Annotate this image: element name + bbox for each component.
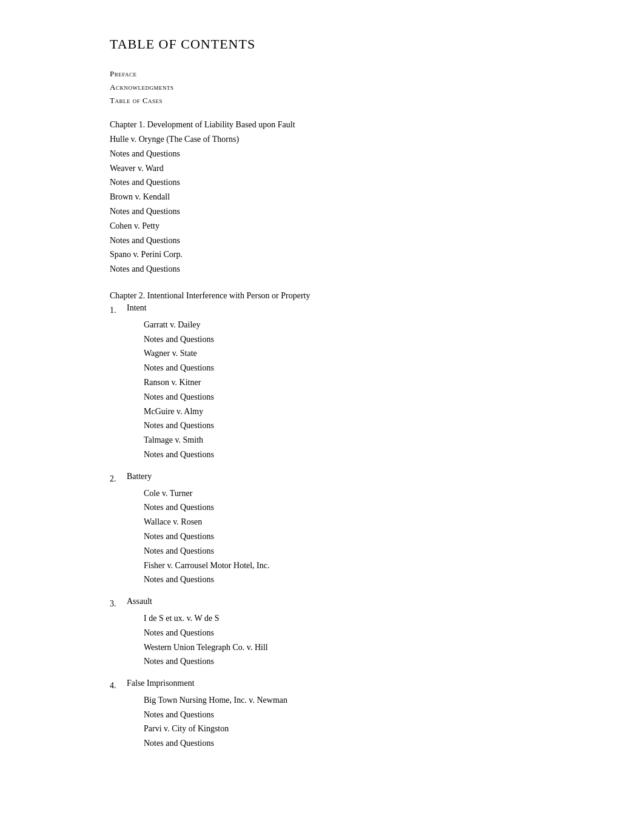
list-item: I de S et ux. v. W de S (144, 611, 534, 626)
list-item: Talmage v. Smith (144, 433, 534, 448)
list-item: Parvi v. City of Kingston (144, 722, 534, 736)
chapter-2-section-2: 2. Battery Cole v. Turner Notes and Ques… (110, 472, 534, 587)
list-item: Notes and Questions (144, 529, 534, 544)
list-item: Big Town Nursing Home, Inc. v. Newman (144, 693, 534, 708)
list-item: Notes and Questions (110, 147, 534, 161)
page-title: TABLE OF CONTENTS (110, 36, 534, 52)
list-item: Notes and Questions (144, 418, 534, 433)
list-item: Notes and Questions (144, 332, 534, 347)
numbered-item-4: 4. False Imprisonment (110, 679, 534, 693)
section-number-4: 4. (110, 679, 127, 693)
chapter-2-section-3: 3. Assault I de S et ux. v. W de S Notes… (110, 597, 534, 669)
section-content-2: Battery (127, 472, 534, 481)
list-item: Notes and Questions (110, 204, 534, 219)
list-item: Notes and Questions (144, 390, 534, 404)
list-item: Brown v. Kendall (110, 190, 534, 204)
list-item: Fisher v. Carrousel Motor Hotel, Inc. (144, 558, 534, 573)
section-number-2: 2. (110, 472, 127, 486)
numbered-item-1: 1. Intent (110, 303, 534, 318)
list-item: Ranson v. Kitner (144, 375, 534, 390)
list-item: Wallace v. Rosen (144, 515, 534, 529)
list-item: Weaver v. Ward (110, 161, 534, 176)
list-item: McGuire v. Almy (144, 404, 534, 419)
chapter-2-section-1: 1. Intent Garratt v. Dailey Notes and Qu… (110, 303, 534, 462)
section-content-1: Intent (127, 303, 534, 313)
section-number-3: 3. (110, 597, 127, 611)
list-item: Spano v. Perini Corp. (110, 247, 534, 262)
list-item: Notes and Questions (144, 736, 534, 751)
chapter-1-title: Chapter 1. Development of Liability Base… (110, 120, 534, 130)
list-item: Notes and Questions (110, 175, 534, 190)
list-item: Notes and Questions (144, 626, 534, 640)
section-heading-2: Battery (127, 472, 534, 481)
front-matter-preface: Preface (110, 69, 534, 79)
list-item: Western Union Telegraph Co. v. Hill (144, 640, 534, 655)
page-container: TABLE OF CONTENTS Preface Acknowledgment… (110, 36, 534, 751)
front-matter-table-of-cases: Table of Cases (110, 96, 534, 106)
chapter-1-entries: Hulle v. Orynge (The Case of Thorns) Not… (110, 132, 534, 277)
chapter-2-title: Chapter 2. Intentional Interference with… (110, 291, 534, 301)
section-content-4: False Imprisonment (127, 679, 534, 688)
list-item: Hulle v. Orynge (The Case of Thorns) (110, 132, 534, 147)
front-matter: Preface Acknowledgments Table of Cases (110, 69, 534, 106)
list-item: Garratt v. Dailey (144, 318, 534, 332)
section-heading-4: False Imprisonment (127, 679, 534, 688)
list-item: Cole v. Turner (144, 486, 534, 501)
chapter-2-section: Chapter 2. Intentional Interference with… (110, 291, 534, 751)
section-heading-1: Intent (127, 303, 534, 313)
numbered-item-3: 3. Assault (110, 597, 534, 611)
list-item: Cohen v. Petty (110, 219, 534, 233)
section-heading-3: Assault (127, 597, 534, 606)
list-item: Notes and Questions (144, 544, 534, 558)
list-item: Notes and Questions (110, 262, 534, 277)
list-item: Wagner v. State (144, 346, 534, 361)
numbered-item-2: 2. Battery (110, 472, 534, 486)
list-item: Notes and Questions (144, 361, 534, 375)
section-number-1: 1. (110, 303, 127, 318)
chapter-1-section: Chapter 1. Development of Liability Base… (110, 120, 534, 277)
list-item: Notes and Questions (144, 654, 534, 669)
chapter-2-section-4: 4. False Imprisonment Big Town Nursing H… (110, 679, 534, 751)
list-item: Notes and Questions (144, 448, 534, 462)
list-item: Notes and Questions (144, 708, 534, 722)
list-item: Notes and Questions (110, 233, 534, 248)
list-item: Notes and Questions (144, 572, 534, 587)
list-item: Notes and Questions (144, 500, 534, 515)
section-content-3: Assault (127, 597, 534, 606)
front-matter-acknowledgments: Acknowledgments (110, 82, 534, 92)
